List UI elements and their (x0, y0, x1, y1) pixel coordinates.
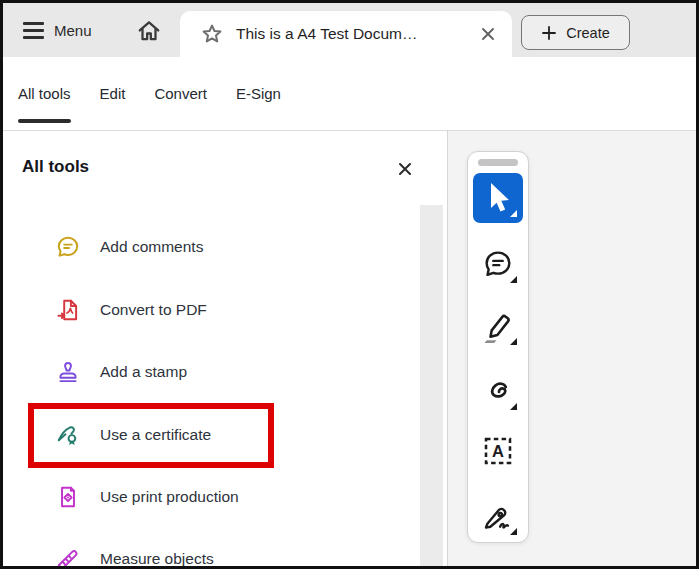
tools-nav: All tools Edit Convert E-Sign (3, 57, 696, 131)
tab-close-icon[interactable] (480, 26, 496, 42)
nav-item-convert[interactable]: Convert (154, 57, 207, 130)
comment-tool-button[interactable] (473, 239, 523, 289)
document-area: A (448, 131, 696, 566)
quick-toolbar: A (467, 151, 529, 543)
text-box-icon: A (480, 433, 516, 469)
create-button[interactable]: Create (521, 15, 630, 50)
tool-item-label: Use a certificate (100, 426, 211, 444)
toolbar-drag-handle[interactable] (478, 159, 518, 166)
text-box-tool-button[interactable]: A (473, 426, 523, 476)
tab-title: This is a A4 Test Docum… (236, 25, 480, 43)
nav-item-edit[interactable]: Edit (100, 57, 126, 130)
print-production-icon (55, 484, 81, 510)
tool-item-label: Convert to PDF (100, 301, 207, 319)
tool-item-measure-objects[interactable]: Measure objects (3, 528, 403, 566)
fill-sign-tool-button[interactable] (473, 491, 523, 541)
tool-item-use-print-production[interactable]: Use print production (3, 466, 403, 528)
tool-item-convert-to-pdf[interactable]: Convert to PDF (3, 279, 403, 341)
panel-close-icon[interactable] (397, 161, 413, 177)
menu-button[interactable]: Menu (23, 3, 92, 57)
plus-icon (541, 25, 557, 41)
certificate-icon (55, 422, 81, 448)
all-tools-panel: All tools Add comments (3, 131, 448, 566)
highlight-tool-button[interactable] (473, 301, 523, 351)
corner-triangle (510, 528, 517, 535)
svg-text:A: A (492, 442, 504, 460)
tool-item-label: Add comments (100, 238, 203, 256)
select-tool-button[interactable] (473, 173, 523, 223)
measure-icon (55, 546, 81, 566)
panel-title: All tools (22, 157, 89, 177)
tool-item-add-a-stamp[interactable]: Add a stamp (3, 341, 403, 403)
header-bar: Menu This is a A4 Test Docum… (3, 3, 696, 57)
home-button[interactable] (133, 15, 165, 47)
comment-icon (55, 234, 81, 260)
stamp-icon (55, 359, 81, 385)
star-icon[interactable] (200, 22, 224, 46)
corner-triangle (510, 276, 517, 283)
corner-triangle (510, 403, 517, 410)
home-icon (136, 18, 162, 44)
tool-item-label: Add a stamp (100, 363, 187, 381)
tool-item-label: Use print production (100, 488, 239, 506)
convert-pdf-icon (55, 297, 81, 323)
panel-scrollbar[interactable] (420, 205, 443, 566)
acrobat-window: Menu This is a A4 Test Docum… (0, 0, 699, 569)
nav-item-esign[interactable]: E-Sign (236, 57, 281, 130)
content-area: All tools Add comments (3, 131, 696, 566)
create-label: Create (566, 25, 610, 41)
tool-item-use-a-certificate[interactable]: Use a certificate (3, 404, 403, 466)
menu-label: Menu (54, 22, 92, 39)
nav-item-all-tools[interactable]: All tools (18, 57, 71, 130)
tool-item-add-comments[interactable]: Add comments (3, 216, 403, 278)
draw-tool-button[interactable] (473, 366, 523, 416)
corner-triangle (510, 338, 517, 345)
tool-item-label: Measure objects (100, 550, 214, 566)
document-tab[interactable]: This is a A4 Test Docum… (180, 11, 512, 57)
hamburger-icon (23, 22, 44, 39)
corner-triangle (510, 210, 517, 217)
